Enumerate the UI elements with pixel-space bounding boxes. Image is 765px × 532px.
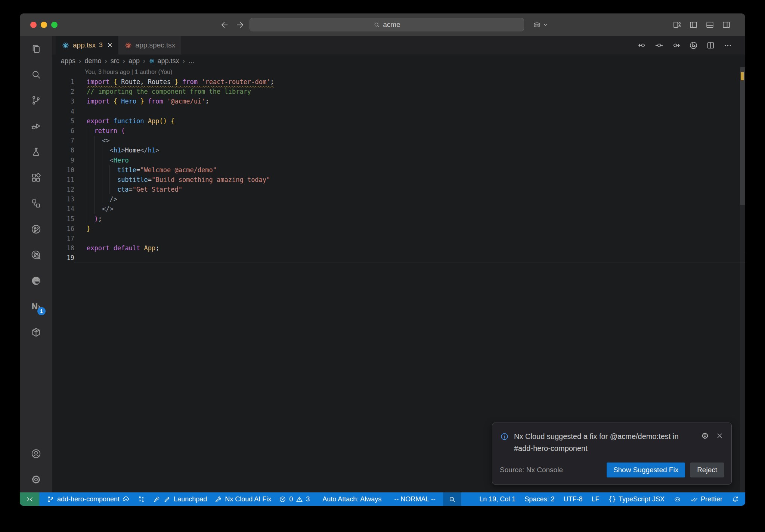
code-line-content[interactable]: import { Route, Routes } from 'react-rou… [74, 77, 745, 87]
code-line-3[interactable]: 3import { Hero } from '@acme/ui'; [52, 96, 745, 106]
line-number[interactable]: 7 [52, 136, 74, 145]
back-icon[interactable] [220, 20, 229, 30]
activity-item-source-control[interactable] [20, 87, 52, 113]
code-line-16[interactable]: 16} [52, 224, 745, 233]
line-number[interactable]: 11 [52, 175, 74, 185]
customize-layout-icon[interactable] [672, 20, 682, 30]
tab-app-tsx[interactable]: app.tsx3× [56, 36, 118, 55]
code-line-19[interactable]: 19 [52, 253, 745, 263]
statusbar-cursor-position[interactable]: Ln 19, Col 1 [479, 492, 515, 506]
code-line-content[interactable]: export default App; [74, 243, 745, 253]
code-line-12[interactable]: 12 cta="Get Started" [52, 185, 745, 194]
code-line-15[interactable]: 15 ); [52, 214, 745, 224]
line-number[interactable]: 19 [52, 253, 74, 263]
next-change-icon[interactable] [672, 41, 681, 50]
code-line-9[interactable]: 9 <Hero [52, 155, 745, 165]
line-number[interactable]: 15 [52, 214, 74, 224]
statusbar-copilot-status[interactable] [673, 492, 681, 506]
reject-button[interactable]: Reject [690, 463, 724, 477]
code-line-content[interactable]: /> [74, 194, 745, 204]
code-line-14[interactable]: 14 </> [52, 204, 745, 214]
code-line-1[interactable]: 1import { Route, Routes } from 'react-ro… [52, 77, 745, 87]
statusbar-git-branch[interactable]: add-hero-component [47, 492, 130, 506]
activity-item-gitlens-inspect[interactable] [20, 242, 52, 268]
notification-settings-icon[interactable] [701, 432, 709, 440]
line-number[interactable]: 13 [52, 194, 74, 204]
current-change-icon[interactable] [654, 41, 664, 50]
copilot-menu[interactable] [532, 13, 549, 36]
statusbar-zoom-indicator[interactable] [443, 492, 461, 506]
line-number[interactable]: 6 [52, 126, 74, 136]
breadcrumb-item-src[interactable]: src [111, 57, 120, 65]
toggle-primary-sidebar-icon[interactable] [689, 20, 698, 30]
activity-item-explorer[interactable] [20, 36, 52, 62]
code-line-content[interactable]: subtitle="Build something amazing today" [74, 175, 745, 185]
statusbar-launchpad[interactable]: Launchpad [153, 492, 207, 506]
line-number[interactable]: 9 [52, 155, 74, 165]
activity-item-nx-console[interactable]: N›1 [20, 294, 52, 319]
breadcrumb-item-demo[interactable]: demo [84, 57, 101, 65]
activity-item-settings[interactable] [20, 467, 52, 492]
line-number[interactable]: 2 [52, 87, 74, 96]
breadcrumb-item-file[interactable]: app.tsx [149, 57, 179, 65]
minimize-window-button[interactable] [41, 22, 47, 28]
code-line-17[interactable]: 17 [52, 233, 745, 243]
line-number[interactable]: 1 [52, 77, 74, 87]
code-line-18[interactable]: 18export default App; [52, 243, 745, 253]
code-line-13[interactable]: 13 /> [52, 194, 745, 204]
maximize-window-button[interactable] [51, 22, 58, 28]
notification-close-icon[interactable] [715, 432, 724, 440]
code-line-content[interactable]: cta="Get Started" [74, 185, 745, 194]
code-line-content[interactable] [74, 233, 745, 243]
code-line-10[interactable]: 10 title="Welcmoe @acme/demo" [52, 165, 745, 175]
code-line-content[interactable]: <Hero [74, 155, 745, 165]
code-line-content[interactable]: <> [74, 136, 745, 145]
line-number[interactable]: 4 [52, 106, 74, 116]
line-number[interactable]: 12 [52, 185, 74, 194]
breadcrumb-item-apps[interactable]: apps [61, 57, 75, 65]
activity-item-run-and-debug[interactable] [20, 113, 52, 139]
statusbar-formatter[interactable]: Prettier [690, 492, 722, 506]
code-line-content[interactable] [74, 253, 745, 262]
statusbar-git-compare[interactable] [137, 492, 145, 506]
code-line-content[interactable]: export function App() { [74, 116, 745, 126]
code-line-content[interactable]: } [74, 224, 745, 233]
statusbar-problems[interactable]: 03 [279, 492, 310, 506]
previous-change-icon[interactable] [637, 41, 647, 50]
statusbar-nx-cloud-ai-fix[interactable]: Nx Cloud AI Fix [214, 492, 271, 506]
toggle-panel-icon[interactable] [705, 20, 715, 30]
commit-graph-icon[interactable] [689, 41, 698, 50]
statusbar-notifications-bell[interactable] [731, 492, 739, 506]
split-editor-icon[interactable] [706, 41, 715, 50]
statusbar-auto-attach[interactable]: Auto Attach: Always [322, 492, 381, 506]
statusbar-encoding[interactable]: UTF-8 [563, 492, 582, 506]
code-line-8[interactable]: 8 <h1>Home</h1> [52, 145, 745, 155]
forward-icon[interactable] [235, 20, 245, 30]
line-number[interactable]: 17 [52, 233, 74, 243]
tab-app-spec-tsx[interactable]: app.spec.tsx [118, 36, 182, 55]
statusbar-eol[interactable]: LF [591, 492, 599, 506]
activity-item-search[interactable] [20, 62, 52, 87]
code-line-5[interactable]: 5export function App() { [52, 116, 745, 126]
code-line-11[interactable]: 11 subtitle="Build something amazing tod… [52, 175, 745, 185]
close-window-button[interactable] [30, 22, 37, 28]
activity-item-extensions[interactable] [20, 165, 52, 191]
code-line-content[interactable]: </> [74, 204, 745, 214]
breadcrumb-item-symbols[interactable]: … [188, 57, 195, 65]
line-number[interactable]: 18 [52, 243, 74, 253]
activity-item-package-explorer[interactable] [20, 319, 52, 345]
code-line-content[interactable]: // importing the component from the libr… [74, 87, 745, 96]
code-line-content[interactable]: import { Hero } from '@acme/ui'; [74, 96, 745, 106]
line-number[interactable]: 5 [52, 116, 74, 126]
code-line-6[interactable]: 6 return ( [52, 126, 745, 136]
code-line-content[interactable]: return ( [74, 126, 745, 136]
show-suggested-fix-button[interactable]: Show Suggested Fix [607, 463, 685, 477]
code-line-content[interactable]: title="Welcmoe @acme/demo" [74, 165, 745, 175]
statusbar-indentation[interactable]: Spaces: 2 [524, 492, 554, 506]
code-line-content[interactable] [74, 106, 745, 116]
line-number[interactable]: 14 [52, 204, 74, 214]
tab-close-icon[interactable]: × [108, 40, 112, 50]
code-line-2[interactable]: 2// importing the component from the lib… [52, 87, 745, 96]
code-line-7[interactable]: 7 <> [52, 136, 745, 145]
activity-item-references[interactable] [20, 191, 52, 216]
